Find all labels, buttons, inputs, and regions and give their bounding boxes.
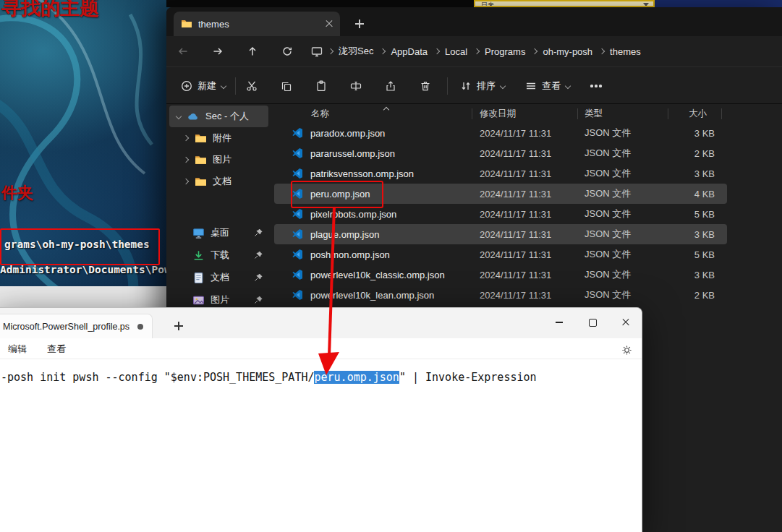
- up-arrow-icon: [247, 46, 258, 57]
- file-name: powerlevel10k_lean.omp.json: [310, 290, 434, 301]
- sort-button-label: 排序: [477, 80, 496, 93]
- downloads-icon: [192, 249, 205, 262]
- tab-close-icon[interactable]: [326, 20, 333, 27]
- column-header-name[interactable]: 名称: [311, 108, 329, 120]
- table-row[interactable]: paradox.omp.json 2024/11/17 11:31 JSON 文…: [271, 123, 782, 143]
- column-header-date[interactable]: 修改日期: [480, 108, 516, 120]
- pin-icon: [254, 273, 263, 282]
- refresh-button[interactable]: [275, 40, 299, 62]
- file-name: pararussel.omp.json: [310, 148, 395, 159]
- background-window-fragment: [166, 0, 474, 7]
- file-type: JSON 文件: [585, 126, 631, 140]
- sidebar-item-label: 桌面: [211, 226, 229, 239]
- sort-button[interactable]: 排序: [453, 74, 512, 98]
- view-button[interactable]: 查看: [518, 74, 577, 98]
- settings-button[interactable]: [618, 342, 635, 358]
- chevron-down-icon: [500, 83, 506, 89]
- sidebar-item-onedrive[interactable]: Sec - 个人: [169, 106, 268, 127]
- notepad-tab[interactable]: Microsoft.PowerShell_profile.ps1: [0, 314, 153, 338]
- column-separator[interactable]: [721, 108, 722, 119]
- toolbar-separator: [447, 77, 448, 95]
- rename-button[interactable]: [344, 74, 367, 98]
- breadcrumb-item[interactable]: Programs: [473, 46, 527, 57]
- desktop-icon: [192, 227, 205, 239]
- background-dropdown[interactable]: 日来: [474, 0, 655, 7]
- code-highlight: peru.omp.json: [314, 371, 399, 384]
- minimize-button[interactable]: [545, 311, 574, 334]
- wallpaper-red-label: 件夹: [1, 182, 33, 204]
- sidebar-item-pictures-folder[interactable]: 图片: [169, 149, 268, 171]
- json-file-icon: [292, 249, 303, 260]
- paste-button[interactable]: [310, 74, 333, 98]
- json-file-icon: [292, 228, 303, 240]
- table-row[interactable]: poshmon.omp.json 2024/11/17 11:31 JSON 文…: [271, 244, 782, 265]
- breadcrumb-item[interactable]: Local: [433, 46, 469, 57]
- maximize-button[interactable]: [578, 311, 607, 334]
- file-size: 2 KB: [694, 148, 715, 159]
- notepad-titlebar[interactable]: Microsoft.PowerShell_profile.ps1: [0, 308, 642, 338]
- sidebar-item-attachments[interactable]: 附件: [169, 127, 268, 149]
- column-separator[interactable]: [577, 108, 578, 119]
- folder-icon: [195, 132, 207, 145]
- column-separator[interactable]: [668, 108, 668, 119]
- json-file-icon: [292, 168, 303, 179]
- more-options-button[interactable]: [585, 74, 608, 98]
- file-date: 2024/11/17 11:31: [480, 209, 551, 220]
- breadcrumb-item[interactable]: AppData: [379, 46, 429, 57]
- explorer-tab-themes[interactable]: themes: [174, 12, 340, 36]
- column-header-size[interactable]: 大小: [689, 108, 707, 120]
- file-date: 2024/11/17 11:31: [480, 249, 551, 260]
- chevron-right-icon: [183, 157, 189, 163]
- file-type: JSON 文件: [585, 248, 631, 261]
- copy-icon: [281, 80, 292, 92]
- file-size-partial: 3 KB: [726, 484, 782, 505]
- console-path-line2: Administrator\Documents\Pow: [0, 264, 166, 275]
- chevron-right-icon: [434, 48, 440, 54]
- back-button[interactable]: [171, 40, 195, 62]
- notepad-editor[interactable]: -posh init pwsh --config "$env:POSH_THEM…: [0, 359, 642, 532]
- table-row[interactable]: plague.omp.json 2024/11/17 11:31 JSON 文件…: [271, 224, 782, 244]
- breadcrumb-item[interactable]: oh-my-posh: [531, 46, 594, 57]
- file-name: pixelrobots.omp.json: [310, 209, 396, 220]
- forward-button[interactable]: [205, 40, 230, 62]
- column-header-row: 名称 修改日期 类型 大小: [271, 104, 782, 123]
- sidebar-item-documents[interactable]: 文档: [169, 267, 268, 288]
- column-separator[interactable]: [472, 108, 472, 119]
- share-button[interactable]: [379, 74, 402, 98]
- annotation-box-peru: [291, 181, 383, 208]
- close-button[interactable]: [611, 311, 640, 334]
- table-row[interactable]: powerlevel10k_lean.omp.json 2024/11/17 1…: [271, 285, 782, 305]
- new-tab-button[interactable]: [350, 14, 369, 33]
- table-row[interactable]: pararussel.omp.json 2024/11/17 11:31 JSO…: [271, 143, 782, 163]
- onedrive-cloud-icon: [187, 111, 199, 123]
- sidebar-item-desktop[interactable]: 桌面: [169, 222, 268, 244]
- delete-button[interactable]: [414, 74, 437, 98]
- sidebar-item-documents-folder[interactable]: 文档: [169, 171, 268, 192]
- new-button[interactable]: 新建: [174, 74, 233, 98]
- menu-edit[interactable]: 编辑: [2, 341, 33, 357]
- sidebar-item-label: 图片: [211, 293, 229, 306]
- file-size: 2 KB: [694, 290, 715, 301]
- copy-button[interactable]: [275, 74, 298, 98]
- file-date: 2024/11/17 11:31: [480, 290, 551, 301]
- up-button[interactable]: [240, 40, 265, 62]
- menu-view[interactable]: 查看: [41, 341, 72, 357]
- file-list-partial-sizes: 3 KB 7 KB 2 KB 2 KB 3 KB 4 KB 2 KB 1 KB …: [726, 403, 782, 532]
- wallpaper-red-title: 寻找的主题: [1, 0, 99, 21]
- table-row[interactable]: powerlevel10k_classic.omp.json 2024/11/1…: [271, 265, 782, 285]
- folder-icon: [195, 176, 207, 188]
- sidebar-item-downloads[interactable]: 下载: [169, 244, 268, 266]
- dropdown-arrow-icon: [643, 3, 649, 7]
- view-button-label: 查看: [542, 80, 561, 93]
- chevron-right-icon: [474, 48, 480, 54]
- column-header-type[interactable]: 类型: [585, 108, 603, 120]
- back-arrow-icon: [177, 46, 189, 57]
- ellipsis-icon: [595, 85, 597, 87]
- notepad-new-tab-button[interactable]: [169, 317, 189, 335]
- cut-button[interactable]: [240, 74, 263, 98]
- pin-icon: [254, 228, 263, 237]
- breadcrumb-item[interactable]: 泷羽Sec: [327, 45, 375, 58]
- file-size: 3 KB: [694, 229, 715, 240]
- breadcrumb-item[interactable]: themes: [598, 46, 642, 57]
- paste-icon: [315, 80, 327, 92]
